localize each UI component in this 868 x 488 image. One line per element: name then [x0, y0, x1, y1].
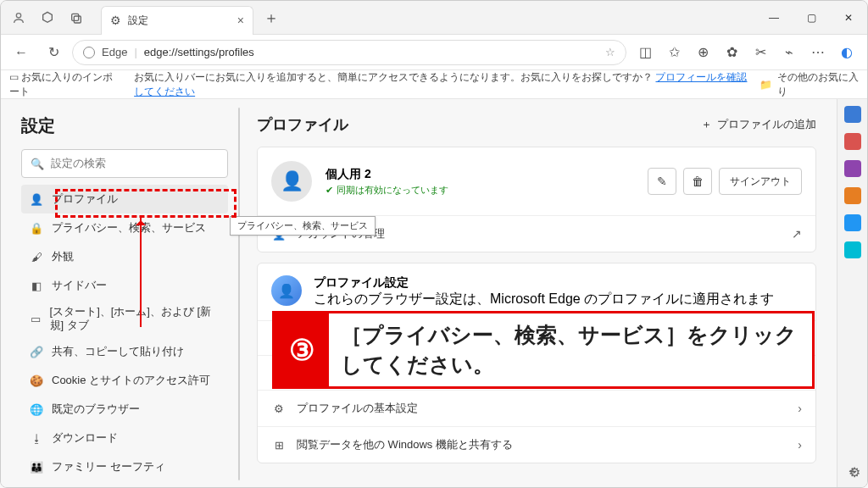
svg-rect-1 [72, 14, 79, 20]
page-title: プロファイル [257, 114, 348, 135]
toolbar-right: ◫ ✩ ⊕ ✿ ✂ ⌁ ⋯ ◐ [632, 39, 860, 66]
favorites-hint: お気に入りバーにお気に入りを追加すると、簡単にアクセスできるようになります。お気… [134, 70, 748, 99]
url-brand: Edge [102, 46, 127, 58]
nav-label: Cookie とサイトのアクセス許可 [52, 373, 210, 388]
split-icon[interactable]: ◫ [632, 39, 659, 66]
person-gear-icon: ⚙ [271, 402, 287, 415]
annotation-text: ［プライバシー、検索、サービス］をクリックしてください。 [329, 313, 812, 386]
nav-label: 共有、コピーして貼り付け [52, 344, 184, 359]
profile-icon[interactable] [6, 5, 31, 30]
pane-divider[interactable] [236, 99, 242, 488]
nav-icon: 👤 [30, 193, 43, 206]
sidebar-chip[interactable] [844, 241, 861, 258]
tab-title: 設定 [128, 14, 148, 28]
annotation-highlight [55, 189, 236, 218]
titlebar-left [1, 5, 94, 30]
nav-label: ダウンロード [52, 430, 118, 446]
nav-icon: 🔒 [30, 222, 43, 235]
nav-label: 既定のブラウザー [52, 402, 140, 417]
sidebar-item-3[interactable]: ◧サイドバー [21, 271, 228, 300]
sidebar-item-9[interactable]: 👪ファミリー セーフティ [21, 452, 228, 481]
maximize-button[interactable]: ▢ [793, 1, 830, 35]
window-titlebar: ⚙ 設定 × ＋ ― ▢ ✕ [1, 1, 867, 35]
nav-icon: 🔗 [30, 346, 43, 358]
nav-icon: 🖌 [30, 251, 43, 263]
sidebar-chip[interactable] [844, 214, 861, 231]
history-icon[interactable]: ⌁ [776, 39, 803, 66]
nav-label: プライバシー、検索、サービス [52, 220, 206, 236]
back-button[interactable]: ← [8, 39, 35, 66]
settings-main: プロファイル ＋ プロファイルの追加 👤 個人用 2 ✔同期は有効になっています… [242, 99, 837, 488]
nav-icon: 🍪 [30, 374, 43, 387]
annotation-number: ③ [275, 313, 329, 386]
avatar: 👤 [271, 161, 312, 202]
gear-icon: ⚙ [110, 14, 121, 27]
extensions-icon[interactable]: ✿ [718, 39, 745, 66]
new-tab-button[interactable]: ＋ [259, 5, 284, 30]
profile-settings-desc: これらのブラウザー設定は、Microsoft Edge のプロファイルに適用され… [314, 291, 774, 308]
windows-icon: ⊞ [271, 439, 287, 452]
sidebar-chip[interactable] [844, 133, 861, 150]
bookmark-bar: ▭ お気に入りのインポート お気に入りバーにお気に入りを追加すると、簡単にアクセ… [1, 70, 867, 99]
tooltip: プライバシー、検索、サービス [230, 216, 376, 236]
browser-tab[interactable]: ⚙ 設定 × [101, 6, 253, 35]
edit-profile-button[interactable]: ✎ [648, 168, 676, 195]
row-windows[interactable]: ⊞ 閲覧データを他の Windows 機能と共有する › [258, 426, 815, 463]
star-icon[interactable]: ☆ [605, 46, 615, 58]
settings-heading: 設定 [21, 114, 228, 137]
sidebar-item-8[interactable]: ⭳ダウンロード [21, 424, 228, 452]
sidebar-item-7[interactable]: 🌐既定のブラウザー [21, 395, 228, 424]
add-profile-button[interactable]: ＋ プロファイルの追加 [701, 117, 816, 132]
sidebar-item-1[interactable]: 🔒プライバシー、検索、サービス [21, 214, 228, 242]
collections-icon[interactable]: ⊕ [689, 39, 716, 66]
import-favorites[interactable]: ▭ お気に入りのインポート [9, 70, 122, 99]
svg-rect-2 [74, 16, 81, 23]
workspaces-icon[interactable] [35, 5, 60, 30]
chevron-right-icon: › [798, 438, 802, 452]
sidebar-chip[interactable] [844, 187, 861, 204]
sidebar-chip[interactable] [844, 160, 861, 177]
sidebar-chip[interactable] [844, 106, 861, 123]
sidebar-item-2[interactable]: 🖌外観 [21, 242, 228, 271]
chevron-right-icon: › [798, 402, 802, 415]
annotation-callout: ③ ［プライバシー、検索、サービス］をクリックしてください。 [272, 311, 815, 389]
edge-sidebar: ＋ [837, 99, 867, 488]
sidebar-item-6[interactable]: 🍪Cookie とサイトのアクセス許可 [21, 366, 228, 395]
sync-status: ✔同期は有効になっています [326, 184, 448, 197]
other-favorites[interactable]: 📁その他のお気に入り [760, 70, 859, 99]
copilot-icon[interactable]: ◐ [833, 39, 860, 66]
screenshot-icon[interactable]: ✂ [747, 39, 774, 66]
row-basic[interactable]: ⚙ プロファイルの基本設定 › [258, 390, 815, 426]
settings-search[interactable]: 🔍 設定の検索 [21, 149, 228, 178]
profile-badge-icon: 👤 [271, 275, 302, 306]
settings-sidebar: 設定 🔍 設定の検索 👤プロファイル🔒プライバシー、検索、サービス🖌外観◧サイド… [1, 99, 236, 488]
content-shell: 設定 🔍 設定の検索 👤プロファイル🔒プライバシー、検索、サービス🖌外観◧サイド… [1, 99, 867, 488]
address-bar[interactable]: Edge | edge://settings/profiles ☆ [72, 40, 626, 65]
external-link-icon: ↗ [792, 227, 802, 241]
refresh-button[interactable]: ↻ [40, 39, 67, 66]
sidebar-item-4[interactable]: ▭[スタート]、[ホーム]、および [新規] タブ [21, 300, 228, 337]
nav-icon: ▭ [30, 313, 42, 325]
nav-label: [スタート]、[ホーム]、および [新規] タブ [50, 305, 220, 331]
favorites-icon[interactable]: ✩ [660, 39, 687, 66]
sidebar-item-10[interactable]: Aᵀ言語 [21, 481, 228, 488]
close-window-button[interactable]: ✕ [830, 1, 867, 35]
search-icon: 🔍 [31, 158, 44, 170]
signout-button[interactable]: サインアウト [719, 168, 802, 195]
more-icon[interactable]: ⋯ [804, 39, 832, 66]
window-controls: ― ▢ ✕ [755, 1, 867, 35]
nav-icon: 🌐 [30, 403, 43, 416]
minimize-button[interactable]: ― [755, 1, 793, 35]
settings-gear-bottom[interactable]: ⚙ [849, 464, 860, 480]
edge-logo-icon [83, 47, 95, 58]
address-bar-row: ← ↻ Edge | edge://settings/profiles ☆ ◫ … [1, 35, 867, 70]
profile-settings-title: プロファイル設定 [314, 275, 774, 291]
nav-icon: ◧ [30, 280, 43, 292]
close-icon[interactable]: × [237, 14, 244, 27]
nav-label: 外観 [52, 249, 74, 264]
tab-actions-icon[interactable] [64, 5, 89, 30]
svg-point-0 [16, 13, 20, 17]
delete-profile-button[interactable]: 🗑 [683, 168, 712, 195]
search-placeholder: 設定の検索 [51, 156, 106, 171]
sidebar-item-5[interactable]: 🔗共有、コピーして貼り付け [21, 337, 228, 366]
